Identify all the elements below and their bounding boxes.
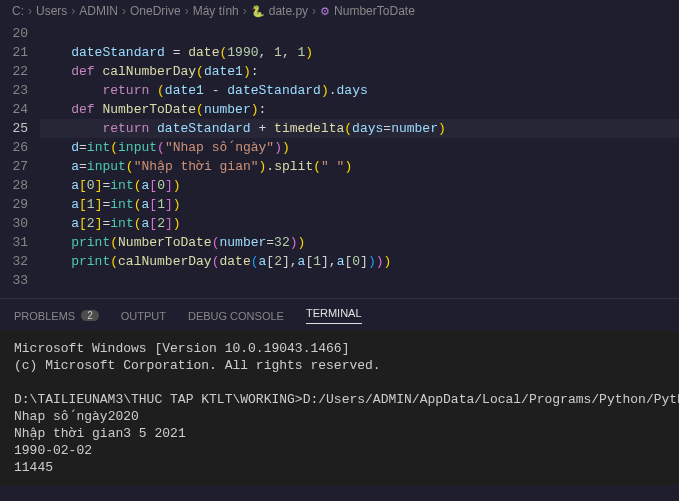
chevron-right-icon: › [312,4,316,18]
code-line[interactable]: a[0]=int(a[0]) [40,176,679,195]
code-line[interactable]: d=int(input("Nhap số ngày")) [40,138,679,157]
line-number: 22 [0,62,28,81]
panel-tab-bar: PROBLEMS 2 OUTPUT DEBUG CONSOLE TERMINAL [0,298,679,330]
problems-count-badge: 2 [81,310,99,321]
chevron-right-icon: › [243,4,247,18]
code-line[interactable]: dateStandard = date(1990, 1, 1) [40,43,679,62]
code-line[interactable] [40,24,679,43]
tab-terminal[interactable]: TERMINAL [306,307,362,324]
chevron-right-icon: › [185,4,189,18]
code-line[interactable]: return dateStandard + timedelta(days=num… [40,119,679,138]
tab-output[interactable]: OUTPUT [121,307,166,324]
tab-problems-label: PROBLEMS [14,310,75,322]
line-number: 20 [0,24,28,43]
breadcrumb-segment[interactable]: ADMIN [79,4,118,18]
line-number: 30 [0,214,28,233]
tab-problems[interactable]: PROBLEMS 2 [14,307,99,324]
code-line[interactable]: a[2]=int(a[2]) [40,214,679,233]
breadcrumb-segment[interactable]: date.py [269,4,308,18]
breadcrumb-symbol[interactable]: NumberToDate [334,4,415,18]
line-number: 24 [0,100,28,119]
code-line[interactable]: print(calNumberDay(date(a[2],a[1],a[0]))… [40,252,679,271]
code-line[interactable] [40,271,679,290]
code-line[interactable]: a[1]=int(a[1]) [40,195,679,214]
code-editor[interactable]: 2021222324252627282930313233 dateStandar… [0,22,679,290]
tab-output-label: OUTPUT [121,310,166,322]
line-number-gutter: 2021222324252627282930313233 [0,24,40,290]
line-number: 28 [0,176,28,195]
tab-debug-label: DEBUG CONSOLE [188,310,284,322]
chevron-right-icon: › [122,4,126,18]
breadcrumb-segment[interactable]: Users [36,4,67,18]
line-number: 21 [0,43,28,62]
line-number: 31 [0,233,28,252]
function-icon: ⚙ [320,5,330,18]
breadcrumb-segment[interactable]: Máy tính [193,4,239,18]
chevron-right-icon: › [28,4,32,18]
code-line[interactable]: def NumberToDate(number): [40,100,679,119]
tab-terminal-label: TERMINAL [306,307,362,319]
line-number: 29 [0,195,28,214]
breadcrumb[interactable]: C:›Users›ADMIN›OneDrive›Máy tính›🐍date.p… [0,0,679,22]
line-number: 32 [0,252,28,271]
code-line[interactable]: a=input("Nhập thời gian").split(" ") [40,157,679,176]
code-line[interactable]: return (date1 - dateStandard).days [40,81,679,100]
terminal-output[interactable]: Microsoft Windows [Version 10.0.19043.14… [0,330,679,486]
code-area[interactable]: dateStandard = date(1990, 1, 1) def calN… [40,24,679,290]
breadcrumb-segment[interactable]: OneDrive [130,4,181,18]
code-line[interactable]: print(NumberToDate(number=32)) [40,233,679,252]
tab-debug-console[interactable]: DEBUG CONSOLE [188,307,284,324]
line-number: 33 [0,271,28,290]
breadcrumb-segment[interactable]: C: [12,4,24,18]
line-number: 23 [0,81,28,100]
line-number: 26 [0,138,28,157]
code-line[interactable]: def calNumberDay(date1): [40,62,679,81]
line-number: 25 [0,119,28,138]
chevron-right-icon: › [71,4,75,18]
line-number: 27 [0,157,28,176]
python-file-icon: 🐍 [251,5,265,18]
